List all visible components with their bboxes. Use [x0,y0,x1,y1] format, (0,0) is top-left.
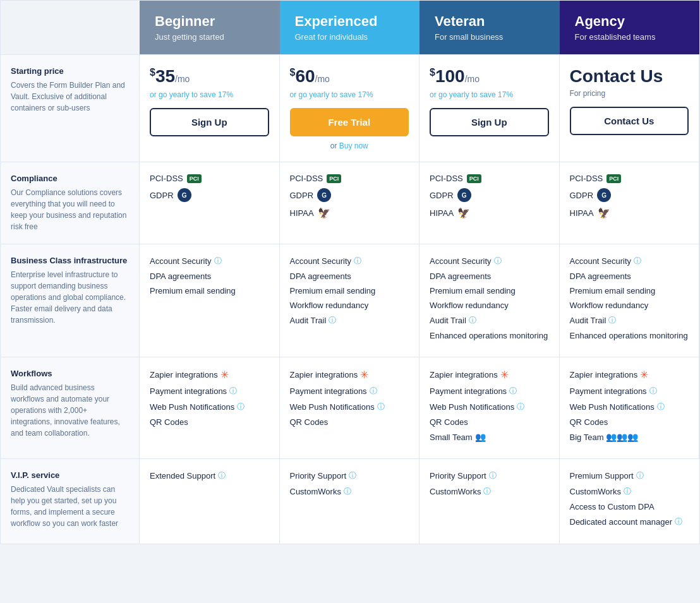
team-icon: 👥 [475,432,486,442]
buy-now-link[interactable]: Buy now [339,141,368,150]
gdpr-badge-vet: G [457,188,471,202]
infrastructure-label: Business Class infrastructure Enterprise… [1,244,140,357]
list-item: CustomWorks ⓘ [290,486,409,497]
pci-dss-row-beginner: PCI-DSS PCI [150,174,269,183]
workflows-cell-beginner: Zapier integrations ✳ Payment integratio… [140,357,280,458]
list-item: Payment integrations ⓘ [570,386,689,397]
help-icon[interactable]: ⓘ [657,402,665,412]
starting-price-title: Starting price [11,66,129,76]
compliance-desc: Our Compliance solutions covers everythi… [11,187,129,232]
list-item: Premium email sending [430,286,549,296]
workflows-cell-veteran: Zapier integrations ✳ Payment integratio… [419,357,560,458]
help-icon[interactable]: ⓘ [218,470,226,481]
help-icon[interactable]: ⓘ [354,256,361,266]
help-icon[interactable]: ⓘ [624,486,631,497]
price-cell-experienced: $60/mo or go yearly to save 17% Free Tri… [280,54,420,162]
list-item: Premium email sending [290,286,409,296]
vip-cell-beginner: Extended Support ⓘ [140,458,280,544]
zapier-icon: ✳ [500,369,509,381]
infrastructure-cell-veteran: Account Security ⓘ DPA agreements Premiu… [419,244,560,357]
help-icon[interactable]: ⓘ [675,516,682,527]
list-item: Workflow redundancy [430,301,549,310]
list-item: Payment integrations ⓘ [430,386,549,397]
hipaa-badge-vet: 🦅 [457,207,470,219]
help-icon[interactable]: ⓘ [349,470,356,481]
vip-cell-veteran: Priority Support ⓘ CustomWorks ⓘ [419,458,560,544]
help-icon[interactable]: ⓘ [649,386,657,397]
pci-dss-row-agency: PCI-DSS PCI [570,174,689,183]
plan-subtitle-agency: For established teams [575,32,685,42]
help-icon[interactable]: ⓘ [377,402,385,412]
list-item: Dedicated account manager ⓘ [570,516,690,527]
help-icon[interactable]: ⓘ [214,256,222,266]
help-icon[interactable]: ⓘ [469,315,476,326]
workflows-label: Workflows Build advanced business workfl… [1,357,140,458]
header-experienced: Experienced Great for individuals [280,1,420,54]
help-icon[interactable]: ⓘ [494,256,502,266]
gdpr-row-agency: GDPR G [570,188,689,202]
vip-desc: Dedicated Vault specialists can help you… [11,484,129,529]
workflows-cell-agency: Zapier integrations ✳ Payment integratio… [560,357,700,458]
help-icon[interactable]: ⓘ [370,386,377,397]
signup-button-beginner[interactable]: Sign Up [150,108,269,136]
list-item: Account Security ⓘ [430,256,549,266]
help-icon[interactable]: ⓘ [483,486,491,497]
list-item: CustomWorks ⓘ [570,486,690,497]
help-icon[interactable]: ⓘ [517,402,524,412]
vip-label: V.I.P. service Dedicated Vault specialis… [1,458,140,544]
help-icon[interactable]: ⓘ [608,315,616,326]
list-item: Payment integrations ⓘ [150,386,269,397]
list-item: QR Codes [290,417,409,427]
infrastructure-cell-beginner: Account Security ⓘ DPA agreements Premiu… [140,244,280,357]
plan-subtitle-beginner: Just getting started [155,32,265,42]
help-icon[interactable]: ⓘ [229,386,237,397]
workflows-desc: Build advanced business workflows and au… [11,382,129,439]
list-item: Audit Trail ⓘ [570,315,689,326]
list-item: Small Team 👥 [430,432,549,442]
or-buy-text: or Buy now [290,141,409,150]
infrastructure-cell-experienced: Account Security ⓘ DPA agreements Premiu… [280,244,420,357]
list-item: Web Push Notifications ⓘ [430,402,549,412]
hipaa-row-experienced: HIPAA 🦅 [290,207,409,219]
hipaa-row-veteran: HIPAA 🦅 [430,207,549,219]
gdpr-badge: G [178,188,191,202]
compliance-cell-experienced: PCI-DSS PCI GDPR G HIPAA 🦅 [280,162,420,244]
save-link-experienced[interactable]: or go yearly to save 17% [290,90,409,99]
signup-button-veteran[interactable]: Sign Up [430,108,549,136]
help-icon[interactable]: ⓘ [237,402,244,412]
save-link-veteran[interactable]: or go yearly to save 17% [430,90,549,99]
gdpr-row-veteran: GDPR G [430,188,549,202]
list-item: Premium email sending [150,286,269,296]
hipaa-badge-exp: 🦅 [318,207,330,219]
pci-badge-age: PCI [606,174,621,183]
help-icon[interactable]: ⓘ [489,470,497,481]
help-icon[interactable]: ⓘ [636,470,644,481]
save-link-beginner[interactable]: or go yearly to save 17% [150,90,269,99]
help-icon[interactable]: ⓘ [634,256,641,266]
vip-cell-agency: Premium Support ⓘ CustomWorks ⓘ Access t… [560,458,700,544]
price-cell-beginner: $35/mo or go yearly to save 17% Sign Up [140,54,280,162]
list-item: DPA agreements [570,272,689,281]
plan-name-beginner: Beginner [155,13,265,30]
big-team-icon: 👥👥👥 [606,432,638,442]
list-item: Account Security ⓘ [290,256,409,266]
gdpr-row-beginner: GDPR G [150,188,269,202]
pci-badge-exp: PCI [327,174,341,183]
list-item: Zapier integrations ✳ [150,369,269,381]
list-item: Payment integrations ⓘ [290,386,409,397]
free-trial-button[interactable]: Free Trial [290,108,409,136]
list-item: Web Push Notifications ⓘ [290,402,409,412]
zapier-icon: ✳ [360,369,368,381]
list-item: Web Push Notifications ⓘ [570,402,689,412]
help-icon[interactable]: ⓘ [344,486,351,497]
help-icon[interactable]: ⓘ [509,386,517,397]
list-item: DPA agreements [290,272,409,281]
help-icon[interactable]: ⓘ [329,315,336,326]
contact-us-button[interactable]: Contact Us [570,107,689,135]
workflows-cell-experienced: Zapier integrations ✳ Payment integratio… [280,357,420,458]
compliance-cell-veteran: PCI-DSS PCI GDPR G HIPAA 🦅 [419,162,560,244]
gdpr-badge-exp: G [317,188,331,202]
zapier-icon: ✳ [640,369,648,381]
list-item: Zapier integrations ✳ [570,369,689,381]
price-cell-veteran: $100/mo or go yearly to save 17% Sign Up [419,54,560,162]
